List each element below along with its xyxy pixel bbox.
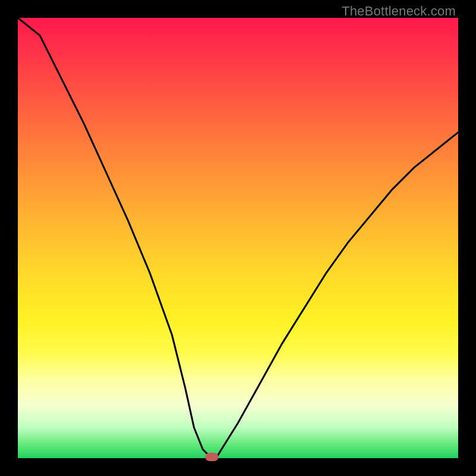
- chart-frame: TheBottleneck.com: [0, 0, 476, 476]
- bottleneck-curve: [18, 18, 458, 458]
- curve-svg: [18, 18, 458, 458]
- plot-area: [18, 18, 458, 458]
- optimum-marker: [205, 453, 218, 461]
- watermark-text: TheBottleneck.com: [342, 4, 456, 19]
